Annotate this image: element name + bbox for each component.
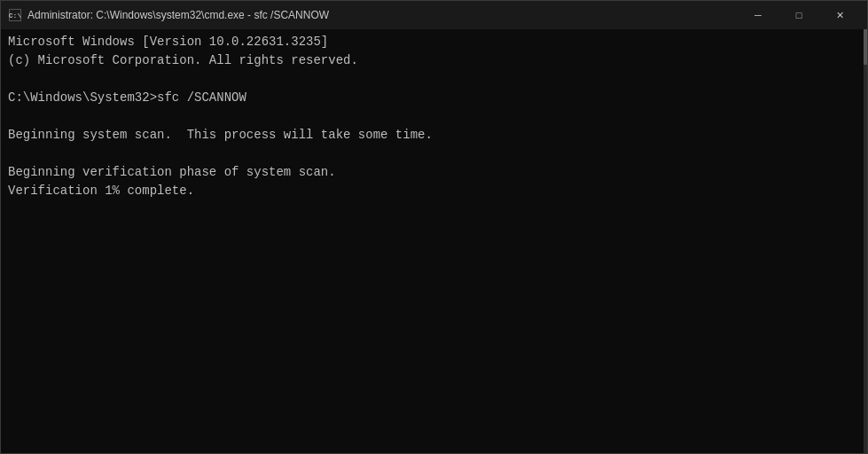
title-bar: C:\ Administrator: C:\Windows\system32\c…: [1, 1, 867, 29]
scrollbar-thumb[interactable]: [864, 29, 867, 65]
close-button[interactable]: ✕: [819, 1, 860, 29]
title-bar-left: C:\ Administrator: C:\Windows\system32\c…: [8, 8, 329, 22]
cmd-app-icon: C:\: [9, 9, 21, 21]
cmd-window: C:\ Administrator: C:\Windows\system32\c…: [0, 0, 868, 454]
terminal-empty-line: [8, 70, 860, 89]
terminal-empty-line: [8, 107, 860, 126]
window-controls: ─ □ ✕: [738, 1, 860, 29]
terminal-content[interactable]: Microsoft Windows [Version 10.0.22631.32…: [1, 29, 867, 453]
window-title: Administrator: C:\Windows\system32\cmd.e…: [27, 9, 329, 21]
terminal-line: Beginning system scan. This process will…: [8, 126, 860, 145]
terminal-line: Microsoft Windows [Version 10.0.22631.32…: [8, 33, 860, 51]
terminal-line: C:\Windows\System32>sfc /SCANNOW: [8, 89, 860, 107]
terminal-empty-line: [8, 145, 860, 163]
terminal-line: Beginning verification phase of system s…: [8, 163, 860, 182]
scrollbar[interactable]: [864, 29, 867, 453]
terminal-line: (c) Microsoft Corporation. All rights re…: [8, 51, 860, 70]
terminal-output: Microsoft Windows [Version 10.0.22631.32…: [8, 33, 860, 200]
terminal-line: Verification 1% complete.: [8, 182, 860, 200]
minimize-button[interactable]: ─: [738, 1, 778, 29]
maximize-button[interactable]: □: [778, 1, 819, 29]
cmd-icon: C:\: [8, 8, 22, 22]
